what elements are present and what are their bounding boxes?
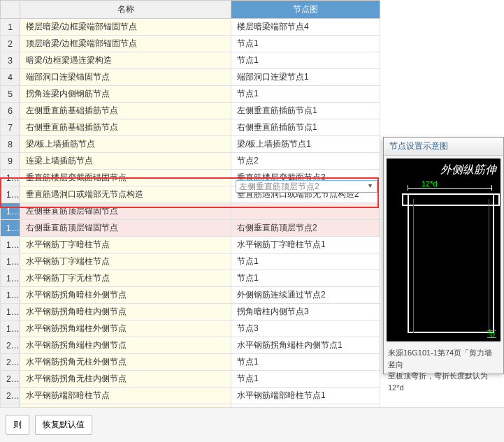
node-cell[interactable]: 节点2 xyxy=(231,153,380,170)
row-number: 23 xyxy=(1,388,20,404)
header-blank xyxy=(1,1,20,19)
node-cell[interactable]: 梁/板上墙插筋节点1 xyxy=(231,136,380,153)
name-cell[interactable]: 拐角连梁内侧钢筋节点 xyxy=(20,86,231,103)
table-row[interactable]: 20水平钢筋拐角端柱内侧节点水平钢筋拐角端柱内侧节点1 xyxy=(1,337,380,354)
preview-panel: 节点设置示意图 外侧纵筋伸 12*d 节 来源16G101-1第74页「剪力墙竖… xyxy=(383,137,504,374)
row-number: 20 xyxy=(1,337,20,354)
table-row[interactable]: 18水平钢筋拐角暗柱内侧节点拐角暗柱内侧节点3 xyxy=(1,304,380,321)
dimension-label: 12*d xyxy=(422,179,438,188)
row-number: 12 xyxy=(1,203,20,220)
data-table[interactable]: 名称 节点图 1楼层暗梁/边框梁端部锚固节点楼层暗梁端部节点42顶层暗梁/边框梁… xyxy=(0,0,380,407)
name-cell[interactable]: 垂直筋遇洞口或端部无节点构造 xyxy=(20,186,231,203)
row-number: 16 xyxy=(1,270,20,287)
node-cell[interactable]: 节点1 xyxy=(231,354,380,371)
node-cell[interactable]: 水平钢筋端部暗柱节点1 xyxy=(231,388,380,404)
name-cell[interactable]: 顶层暗梁/边框梁端部锚固节点 xyxy=(20,36,231,52)
table-row[interactable]: 1楼层暗梁/边框梁端部锚固节点楼层暗梁端部节点4 xyxy=(1,19,380,36)
diagram-green-label: 节 xyxy=(487,327,496,340)
node-cell[interactable] xyxy=(231,203,380,220)
name-cell[interactable]: 左侧垂直筋顶层锚固节点 xyxy=(20,203,231,220)
row-number: 10 xyxy=(1,170,20,186)
name-cell[interactable]: 连梁上墙插筋节点 xyxy=(20,153,231,170)
name-cell[interactable]: 梁/板上墙插筋节点 xyxy=(20,136,231,153)
node-cell-editor[interactable]: 左侧垂直筋顶层节点2 xyxy=(236,180,377,193)
table-row[interactable]: 6左侧垂直筋基础插筋节点左侧垂直筋插筋节点1 xyxy=(1,103,380,119)
row-number: 9 xyxy=(1,153,20,170)
node-cell[interactable]: 节点3 xyxy=(231,321,380,337)
name-cell[interactable]: 楼层暗梁/边框梁端部锚固节点 xyxy=(20,19,231,36)
name-cell[interactable]: 水平钢筋拐角无柱内侧节点 xyxy=(20,371,231,388)
table-row[interactable]: 3暗梁/边框梁遇连梁构造节点1 xyxy=(1,52,380,69)
name-cell[interactable]: 暗梁/边框梁遇连梁构造 xyxy=(20,52,231,69)
name-cell[interactable]: 右侧垂直筋顶层锚固节点 xyxy=(20,220,231,237)
node-cell[interactable]: 楼层暗梁端部节点4 xyxy=(231,19,380,36)
node-cell[interactable]: 节点1 xyxy=(231,52,380,69)
panel-note: 来源16G101-1第74页「剪力墙竖向 至板顶弯折，弯折长度默认为 12*d xyxy=(384,344,503,396)
row-number: 11 xyxy=(1,186,20,203)
panel-title: 节点设置示意图 xyxy=(384,138,503,156)
table-row[interactable]: 15水平钢筋丁字端柱节点节点1 xyxy=(1,253,380,270)
table-row[interactable]: 14水平钢筋丁字暗柱节点水平钢筋丁字暗柱节点1 xyxy=(1,237,380,253)
name-cell[interactable]: 垂直筋楼层变截面锚固节点 xyxy=(20,170,231,186)
row-number: 6 xyxy=(1,103,20,119)
name-cell[interactable]: 水平钢筋拐角暗柱内侧节点 xyxy=(20,304,231,321)
name-cell[interactable]: 水平钢筋拐角端柱内侧节点 xyxy=(20,337,231,354)
name-cell[interactable]: 水平钢筋拐角暗柱外侧节点 xyxy=(20,287,231,304)
name-cell[interactable]: 水平钢筋丁字暗柱节点 xyxy=(20,237,231,253)
row-number: 4 xyxy=(1,69,20,86)
restore-default-button[interactable]: 恢复默认值 xyxy=(35,415,92,435)
table-row[interactable]: 4端部洞口连梁锚固节点端部洞口连梁节点1 xyxy=(1,69,380,86)
row-number: 13 xyxy=(1,220,20,237)
row-number: 14 xyxy=(1,237,20,253)
node-cell[interactable]: 节点1 xyxy=(231,36,380,52)
rule-button[interactable]: 则 xyxy=(6,415,29,435)
row-number: 17 xyxy=(1,287,20,304)
row-number: 3 xyxy=(1,52,20,69)
name-cell[interactable]: 水平钢筋丁字无柱节点 xyxy=(20,270,231,287)
table-row[interactable]: 9连梁上墙插筋节点节点2 xyxy=(1,153,380,170)
header-name[interactable]: 名称 xyxy=(20,1,231,19)
table-row[interactable]: 13右侧垂直筋顶层锚固节点右侧垂直筋顶层节点2 xyxy=(1,220,380,237)
node-cell[interactable]: 节点1 xyxy=(231,253,380,270)
node-cell[interactable]: 节点1 xyxy=(231,270,380,287)
name-cell[interactable]: 水平钢筋端部暗柱节点 xyxy=(20,388,231,404)
node-cell[interactable]: 右侧垂直筋插筋节点1 xyxy=(231,119,380,136)
name-cell[interactable]: 水平钢筋拐角端柱外侧节点 xyxy=(20,321,231,337)
node-cell[interactable]: 外侧钢筋连续通过节点2 xyxy=(231,287,380,304)
table-row[interactable]: 5拐角连梁内侧钢筋节点节点1 xyxy=(1,86,380,103)
table-row[interactable]: 21水平钢筋拐角无柱外侧节点节点1 xyxy=(1,354,380,371)
table-row[interactable]: 23水平钢筋端部暗柱节点水平钢筋端部暗柱节点1 xyxy=(1,388,380,404)
node-cell[interactable]: 水平钢筋丁字暗柱节点1 xyxy=(231,237,380,253)
name-cell[interactable]: 水平钢筋丁字端柱节点 xyxy=(20,253,231,270)
row-number: 5 xyxy=(1,86,20,103)
node-cell[interactable]: 水平钢筋拐角端柱内侧节点1 xyxy=(231,337,380,354)
table-row[interactable]: 2顶层暗梁/边框梁端部锚固节点节点1 xyxy=(1,36,380,52)
header-node[interactable]: 节点图 xyxy=(231,1,380,19)
row-number: 19 xyxy=(1,321,20,337)
name-cell[interactable]: 水平钢筋拐角无柱外侧节点 xyxy=(20,354,231,371)
node-cell[interactable]: 节点1 xyxy=(231,86,380,103)
node-cell[interactable]: 左侧垂直筋插筋节点1 xyxy=(231,103,380,119)
row-number: 8 xyxy=(1,136,20,153)
table-row[interactable]: 17水平钢筋拐角暗柱外侧节点外侧钢筋连续通过节点2 xyxy=(1,287,380,304)
diagram-title: 外侧纵筋伸 xyxy=(440,163,496,177)
footer: 则 恢复默认值 xyxy=(0,407,504,442)
dropdown-icon[interactable]: ▾ xyxy=(363,180,376,193)
node-cell[interactable]: 拐角暗柱内侧节点3 xyxy=(231,304,380,321)
name-cell[interactable]: 右侧垂直筋基础插筋节点 xyxy=(20,119,231,136)
row-number: 21 xyxy=(1,354,20,371)
row-number: 7 xyxy=(1,119,20,136)
row-number: 18 xyxy=(1,304,20,321)
table-row[interactable]: 8梁/板上墙插筋节点梁/板上墙插筋节点1 xyxy=(1,136,380,153)
table-row[interactable]: 16水平钢筋丁字无柱节点节点1 xyxy=(1,270,380,287)
name-cell[interactable]: 端部洞口连梁锚固节点 xyxy=(20,69,231,86)
node-cell[interactable]: 端部洞口连梁节点1 xyxy=(231,69,380,86)
node-cell[interactable]: 节点1 xyxy=(231,371,380,388)
node-cell[interactable]: 右侧垂直筋顶层节点2 xyxy=(231,220,380,237)
row-number: 22 xyxy=(1,371,20,388)
table-row[interactable]: 19水平钢筋拐角端柱外侧节点节点3 xyxy=(1,321,380,337)
table-row[interactable]: 12左侧垂直筋顶层锚固节点 xyxy=(1,203,380,220)
table-row[interactable]: 7右侧垂直筋基础插筋节点右侧垂直筋插筋节点1 xyxy=(1,119,380,136)
table-row[interactable]: 22水平钢筋拐角无柱内侧节点节点1 xyxy=(1,371,380,388)
name-cell[interactable]: 左侧垂直筋基础插筋节点 xyxy=(20,103,231,119)
